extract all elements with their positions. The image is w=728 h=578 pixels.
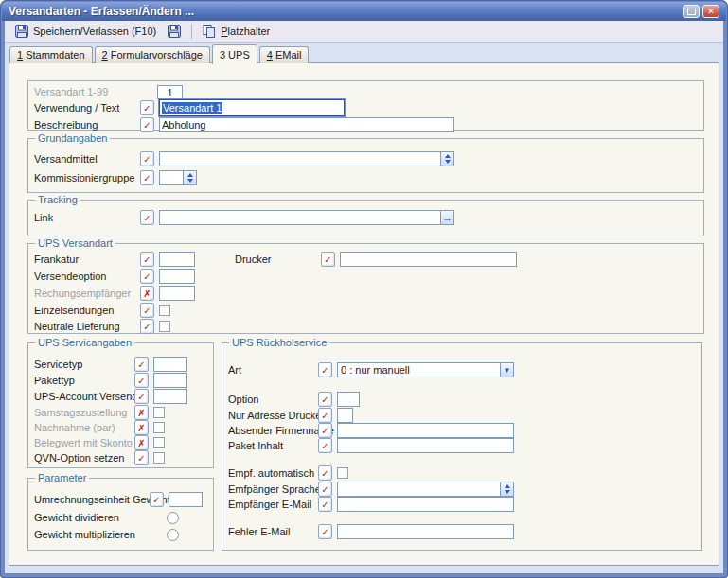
- spinner-button[interactable]: [183, 170, 197, 185]
- field-check-icon[interactable]: ✓: [140, 210, 154, 225]
- field-check-icon[interactable]: ✓: [140, 269, 154, 284]
- field-check-icon[interactable]: ✓: [318, 465, 332, 481]
- field-check-icon[interactable]: ✓: [140, 100, 154, 115]
- ups-servicangaben-group: UPS Servicangaben Servicetyp ✓ Pakettyp …: [27, 342, 214, 468]
- servicetyp-input[interactable]: [153, 357, 187, 372]
- empf-auto-checkbox[interactable]: [337, 467, 348, 479]
- empf-email-input[interactable]: [337, 497, 514, 512]
- field-check-icon[interactable]: ✓: [318, 524, 332, 539]
- versandmittel-select[interactable]: [159, 151, 454, 166]
- toolbar-separator: [191, 24, 192, 39]
- beschreibung-label: Beschreibung: [28, 119, 140, 131]
- save-exit-button[interactable]: Speichern/Verlassen (F10): [9, 22, 162, 41]
- tracking-legend: Tracking: [35, 194, 80, 205]
- field-cross-icon[interactable]: ✗: [134, 420, 149, 435]
- field-check-icon[interactable]: ✓: [318, 362, 332, 377]
- field-cross-icon[interactable]: ✗: [134, 405, 149, 420]
- empf-sprache-input[interactable]: [337, 482, 500, 497]
- field-check-icon[interactable]: ✓: [134, 373, 149, 388]
- option-input[interactable]: [337, 392, 360, 407]
- fehler-email-label: Fehler E-Mail: [222, 526, 318, 537]
- empf-auto-label: Empf. automatisch: [222, 467, 318, 479]
- field-check-icon[interactable]: ✓: [134, 389, 149, 404]
- einzelsendungen-label: Einzelsendungen: [28, 305, 140, 316]
- field-check-icon[interactable]: ✓: [140, 303, 154, 318]
- verwendung-input[interactable]: Versandart 1: [159, 99, 345, 116]
- field-check-icon[interactable]: ✓: [318, 438, 332, 453]
- rechnungsempfaenger-input[interactable]: [159, 286, 195, 301]
- pakettyp-input[interactable]: [153, 373, 187, 388]
- field-check-icon[interactable]: ✓: [150, 492, 164, 507]
- close-button[interactable]: ✕: [702, 5, 719, 18]
- field-check-icon[interactable]: ✓: [140, 117, 154, 132]
- kommissioniergruppe-input[interactable]: [159, 170, 183, 185]
- field-check-icon[interactable]: ✓: [140, 151, 154, 166]
- fehler-email-input[interactable]: [337, 524, 514, 539]
- art-dropdown[interactable]: 0 : nur manuell ▼: [337, 362, 514, 377]
- multiplizieren-label: Gewicht multiplizieren: [28, 529, 167, 540]
- frankatur-input[interactable]: [159, 252, 195, 267]
- qvn-checkbox[interactable]: [153, 452, 165, 464]
- tab-ups[interactable]: 3 UPS: [212, 44, 257, 64]
- field-check-icon[interactable]: ✓: [140, 319, 154, 334]
- paket-inhalt-input[interactable]: [337, 438, 514, 453]
- kommissioniergruppe-select[interactable]: [159, 170, 197, 185]
- neutrale-lieferung-checkbox[interactable]: [159, 321, 170, 332]
- nur-adresse-input[interactable]: [337, 408, 353, 423]
- umrechnung-input[interactable]: [169, 492, 203, 507]
- tab-formularvorschlaege[interactable]: 2 Formularvorschläge: [95, 46, 210, 63]
- neutrale-lieferung-row: Neutrale Lieferung ✓: [28, 320, 703, 333]
- empf-sprache-label: Emfpänger Sprache: [222, 483, 318, 495]
- link-field[interactable]: →: [159, 210, 454, 225]
- spin-down-icon: [445, 160, 451, 164]
- tab-email[interactable]: 4 EMail: [259, 46, 310, 63]
- field-check-icon[interactable]: ✓: [140, 252, 154, 267]
- field-check-icon[interactable]: ✓: [318, 423, 332, 438]
- open-link-button[interactable]: →: [440, 210, 454, 225]
- pakettyp-row: Pakettyp ✓: [28, 373, 213, 388]
- fehler-email-row: Fehler E-Mail ✓: [222, 524, 701, 539]
- field-check-icon[interactable]: ✓: [134, 357, 149, 372]
- einzelsendungen-checkbox[interactable]: [159, 305, 170, 316]
- tab-stammdaten[interactable]: 1 Stammdaten: [9, 46, 93, 63]
- field-check-icon[interactable]: ✓: [321, 252, 335, 267]
- field-check-icon[interactable]: ✓: [318, 392, 332, 407]
- verwendung-label: Verwendung / Text: [28, 102, 140, 114]
- samstagszustellung-checkbox[interactable]: [153, 407, 165, 418]
- samstagszustellung-label: Samstagszustellung: [28, 407, 134, 418]
- beschreibung-input[interactable]: [159, 117, 454, 132]
- app-window: Versandarten - Erfassen/Ändern ... ✕ Spe…: [0, 0, 728, 578]
- field-cross-icon[interactable]: ✗: [140, 286, 154, 301]
- spinner-button[interactable]: [500, 482, 514, 497]
- rechnungsempfaenger-label: Rechungsempfänger: [28, 288, 140, 299]
- ups-account-row: UPS-Account Versender ✓: [28, 389, 213, 404]
- link-input[interactable]: [159, 210, 440, 225]
- empf-sprache-select[interactable]: [337, 482, 514, 497]
- placeholder-button[interactable]: Platzhalter: [197, 22, 275, 41]
- versendeoption-input[interactable]: [159, 269, 195, 284]
- spin-up-icon: [187, 173, 193, 177]
- absender-input[interactable]: [337, 423, 514, 438]
- field-check-icon[interactable]: ✓: [134, 450, 149, 465]
- drucker-input[interactable]: [340, 252, 517, 267]
- dropdown-button[interactable]: ▼: [500, 362, 514, 377]
- ups-account-input[interactable]: [153, 389, 187, 404]
- restore-button[interactable]: [683, 5, 700, 18]
- multiplizieren-radio[interactable]: [167, 529, 179, 541]
- field-check-icon[interactable]: ✓: [140, 170, 154, 185]
- field-cross-icon[interactable]: ✗: [134, 435, 149, 450]
- versandmittel-input[interactable]: [159, 151, 440, 166]
- spinner-button[interactable]: [440, 151, 454, 166]
- field-check-icon[interactable]: ✓: [318, 482, 332, 497]
- field-check-icon[interactable]: ✓: [318, 408, 332, 423]
- head-group: Versandart 1-99 1 Verwendung / Text ✓ Ve…: [27, 80, 704, 131]
- field-check-icon[interactable]: ✓: [318, 497, 332, 512]
- verwendung-row: Verwendung / Text ✓ Versandart 1: [28, 99, 703, 116]
- nachnahme-checkbox[interactable]: [153, 422, 165, 433]
- belegwert-checkbox[interactable]: [153, 437, 165, 448]
- dividieren-radio[interactable]: [167, 512, 179, 524]
- selected-text: Versandart 1: [162, 102, 222, 114]
- spin-up-icon: [445, 154, 451, 158]
- einzelsendungen-row: Einzelsendungen ✓: [28, 304, 703, 317]
- save-button[interactable]: [162, 22, 186, 41]
